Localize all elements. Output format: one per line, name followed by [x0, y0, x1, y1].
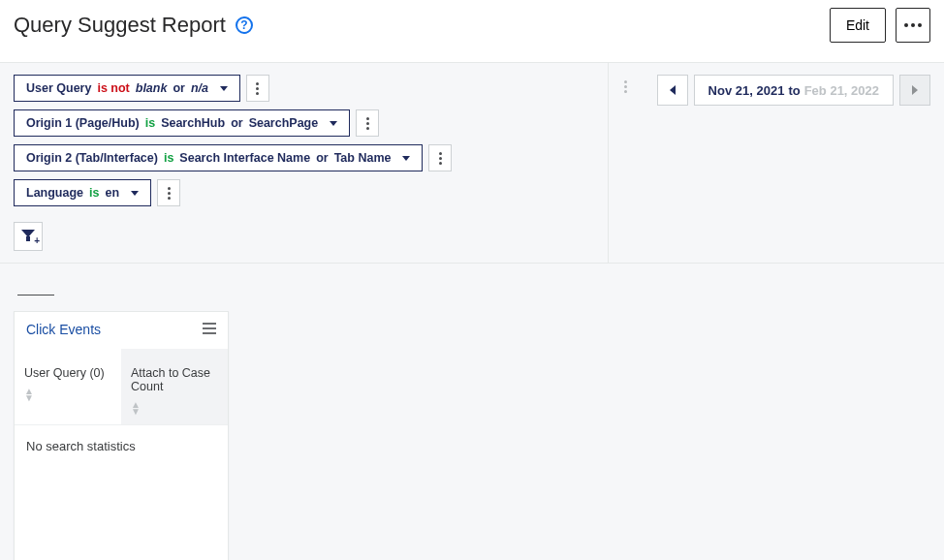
filter-op: is: [89, 186, 99, 200]
date-to-label: to: [788, 83, 800, 98]
column-label: Attach to Case Count: [131, 366, 218, 393]
filter-value: Tab Name: [334, 151, 392, 165]
dots-vertical-icon: [366, 117, 369, 130]
svg-rect-0: [203, 323, 216, 325]
date-from: Nov 21, 2021: [708, 83, 785, 98]
filter-op: is: [145, 116, 155, 130]
filter-value: SearchHub: [161, 116, 225, 130]
date-next-button: [899, 75, 930, 106]
filter-value: blank: [136, 81, 168, 95]
date-to: Feb 21, 2022: [804, 83, 879, 98]
card-settings-icon[interactable]: [203, 322, 216, 337]
filter-chip-menu[interactable]: [356, 109, 379, 137]
filters-area: User Query is not blank or n/a Origin 1 …: [0, 63, 609, 263]
more-actions-button[interactable]: [896, 8, 930, 43]
filter-chip-body[interactable]: Origin 2 (Tab/Interface) is Search Inter…: [14, 144, 423, 171]
filter-chip-language: Language is en: [14, 179, 180, 206]
chevron-down-icon: [402, 156, 410, 161]
filter-value: Search Interface Name: [179, 151, 310, 165]
chevron-down-icon: [220, 86, 228, 91]
chevron-down-icon: [330, 121, 337, 126]
dots-horizontal-icon: [904, 23, 922, 27]
filter-value: en: [105, 186, 119, 200]
sort-icon: [24, 388, 111, 401]
filter-chip-body[interactable]: Origin 1 (Page/Hub) is SearchHub or Sear…: [14, 109, 350, 137]
svg-rect-1: [203, 327, 216, 329]
dots-vertical-icon: [256, 82, 259, 95]
filter-op: is: [97, 81, 107, 95]
chevron-down-icon: [131, 191, 139, 196]
sort-icon: [131, 401, 218, 415]
filter-chip-menu[interactable]: [428, 144, 452, 171]
card-title[interactable]: Click Events: [26, 322, 101, 337]
dots-vertical-icon: [439, 152, 442, 165]
filter-chip-menu[interactable]: [246, 75, 269, 102]
table-header: User Query (0) Attach to Case Count: [15, 349, 228, 424]
filter-chip-origin1: Origin 1 (Page/Hub) is SearchHub or Sear…: [14, 109, 379, 137]
filter-conj: or: [173, 81, 185, 95]
section-more-menu[interactable]: [609, 63, 644, 263]
chevron-right-icon: [912, 85, 918, 95]
date-range-area: Nov 21, 2021 to Feb 21, 2022: [644, 63, 944, 263]
list-icon: [203, 323, 216, 334]
page-title: Query Suggest Report: [14, 13, 226, 38]
filter-op: is: [164, 151, 173, 165]
filter-conj: or: [316, 151, 329, 165]
column-user-query[interactable]: User Query (0): [15, 349, 121, 424]
edit-button[interactable]: Edit: [830, 8, 886, 43]
filter-chip-menu[interactable]: [157, 179, 180, 206]
filter-op-neg: not: [110, 81, 129, 95]
filter-chip-body[interactable]: User Query is not blank or n/a: [14, 75, 240, 102]
help-icon[interactable]: ?: [236, 16, 253, 34]
date-prev-button[interactable]: [657, 75, 688, 106]
filter-chip-user-query: User Query is not blank or n/a: [14, 75, 269, 102]
click-events-card: Click Events User Query (0) Attach to Ca…: [14, 311, 229, 560]
dots-vertical-icon: [168, 187, 171, 200]
date-range-picker[interactable]: Nov 21, 2021 to Feb 21, 2022: [694, 75, 894, 106]
column-attach-count[interactable]: Attach to Case Count: [121, 349, 228, 424]
chevron-left-icon: [670, 85, 676, 95]
filter-field: Origin 1 (Page/Hub): [26, 116, 140, 130]
divider: [17, 295, 54, 296]
add-filter-button[interactable]: +: [14, 222, 43, 251]
column-label: User Query (0): [24, 366, 111, 380]
filter-chip-origin2: Origin 2 (Tab/Interface) is Search Inter…: [14, 144, 452, 171]
filter-field: Language: [26, 186, 83, 200]
filter-value: n/a: [191, 81, 208, 95]
filter-icon: +: [21, 230, 35, 243]
svg-rect-2: [203, 332, 216, 334]
filter-value: SearchPage: [249, 116, 319, 130]
dots-vertical-icon: [624, 80, 627, 93]
filter-field: Origin 2 (Tab/Interface): [26, 151, 158, 165]
filter-conj: or: [231, 116, 243, 130]
filter-chip-body[interactable]: Language is en: [14, 179, 151, 206]
filter-field: User Query: [26, 81, 91, 95]
empty-state: No search statistics: [15, 424, 228, 560]
